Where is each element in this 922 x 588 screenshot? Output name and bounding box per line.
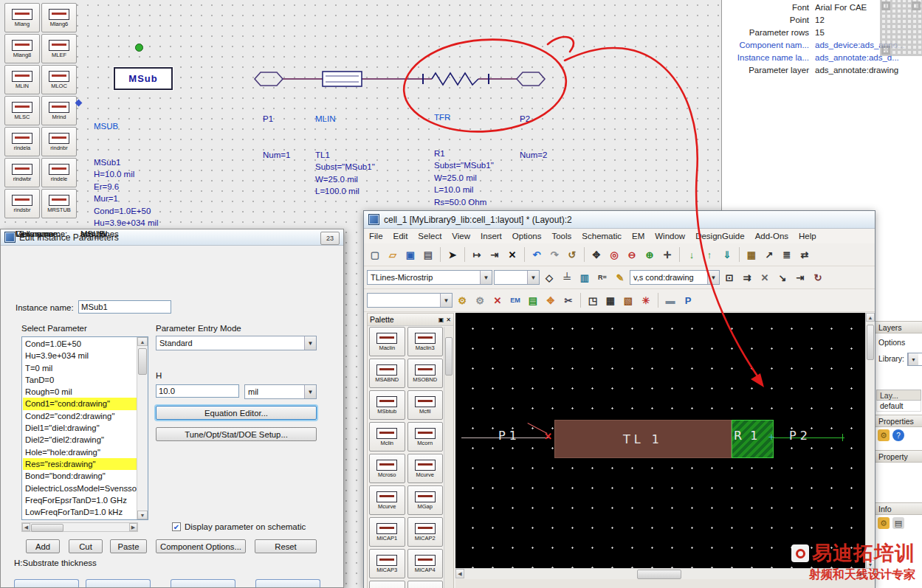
cut-button[interactable]: Cut xyxy=(69,539,103,553)
parameter-item[interactable]: Diel1="diel:drawing" xyxy=(23,422,137,434)
view-3d-wire-icon[interactable]: ◳ xyxy=(585,292,601,308)
maximize-button[interactable]: 23 xyxy=(320,232,340,245)
menu-item[interactable]: Options xyxy=(507,232,547,241)
component-button[interactable]: MICAP1 xyxy=(369,517,405,547)
parameter-item[interactable]: TanD=0 xyxy=(23,374,137,386)
dialog-bottom-button-2[interactable] xyxy=(86,579,151,587)
parameter-item[interactable]: T=0 mil xyxy=(23,362,137,374)
parameter-item[interactable]: Hu=3.9e+034 mil xyxy=(23,350,137,362)
display-options-icon[interactable]: ≣ xyxy=(779,246,795,263)
component-button[interactable]: MSOBND xyxy=(407,359,444,388)
dock-pin-icon[interactable]: ▣ xyxy=(438,317,444,323)
entry-mode-combo[interactable]: Standard ▼ xyxy=(156,336,317,350)
move-origin-icon[interactable]: ✥ xyxy=(588,246,605,263)
menu-item[interactable]: Window xyxy=(650,232,690,241)
push-into-hierarchy-icon[interactable]: ↓ xyxy=(684,246,700,263)
delete-icon[interactable]: ✕ xyxy=(504,246,520,263)
help-icon[interactable]: ? xyxy=(892,429,904,441)
view-3d-icon[interactable]: ▦ xyxy=(602,292,619,308)
print-icon[interactable]: ▤ xyxy=(420,246,436,263)
properties-section-header[interactable]: Properties xyxy=(875,415,922,427)
parameter-listbox[interactable]: Cond=1.0E+50Hu=3.9e+034 milT=0 milTanD=0… xyxy=(21,336,148,520)
dialog-bottom-button-3[interactable] xyxy=(171,579,235,587)
component-button[interactable]: MSbtub xyxy=(369,390,405,420)
component-button[interactable]: Mcorn xyxy=(407,422,444,452)
menu-item[interactable]: File xyxy=(364,232,388,241)
em-setup-combo[interactable]: ▼ xyxy=(367,293,453,308)
insert-pin-both-icon[interactable]: ⇥ xyxy=(486,246,503,263)
measure-icon[interactable]: ↗ xyxy=(761,246,777,263)
instance-name-input[interactable] xyxy=(78,300,171,314)
em-window-icon[interactable]: EM xyxy=(507,292,523,308)
close-icon[interactable]: ✕ xyxy=(446,317,451,323)
trace-mode-icon[interactable]: ⊡ xyxy=(721,269,737,286)
menu-item[interactable]: Insert xyxy=(475,232,507,241)
resistor-tool-icon[interactable]: R= xyxy=(594,269,610,286)
printer-icon[interactable]: ▤ xyxy=(892,517,904,529)
em-simulate-gear-icon[interactable]: ⚙ xyxy=(472,292,488,308)
component-button[interactable] xyxy=(369,581,405,588)
eraser-icon[interactable]: ▬ xyxy=(662,292,678,308)
gear-icon[interactable]: ⚙ xyxy=(878,429,890,441)
em-stop-icon[interactable]: ✕ xyxy=(489,292,506,308)
add-button[interactable]: Add xyxy=(26,539,60,553)
grid-settings-icon[interactable]: ▦ xyxy=(743,246,760,263)
layout-port1-label[interactable]: P1 xyxy=(498,429,520,443)
gear-icon[interactable]: ⚙ xyxy=(878,517,890,529)
pin-to-edge-icon[interactable]: ⇥ xyxy=(792,269,808,286)
parameter-item[interactable]: Bond="bond:drawing" xyxy=(23,470,137,482)
info-section-header[interactable]: Info xyxy=(875,502,922,515)
component-button[interactable]: Mcroso xyxy=(369,454,405,483)
palette-header[interactable]: Palette ▣ ✕ xyxy=(368,314,453,326)
menu-item[interactable]: EM xyxy=(627,232,650,241)
snap-cross-icon[interactable]: ✕ xyxy=(757,269,773,286)
parameter-item[interactable]: Cond=1.0E+50 xyxy=(23,338,137,350)
scroll-down-icon[interactable]: ▼ xyxy=(137,511,148,519)
insert-pin-icon[interactable]: ↦ xyxy=(469,246,485,263)
zoom-select-icon[interactable]: ◎ xyxy=(606,246,622,263)
parameter-value-input[interactable] xyxy=(156,384,239,398)
msub-box[interactable]: MSub xyxy=(114,67,173,90)
parameter-list-scrollbar[interactable]: ▲ ▼ xyxy=(137,337,148,519)
component-button[interactable]: Maclin xyxy=(369,327,405,356)
parameter-item[interactable]: Hole="hole:drawing" xyxy=(23,446,137,458)
layer-bins-icon[interactable]: ▤ xyxy=(525,292,541,308)
component-button[interactable]: Mcurve xyxy=(369,485,405,515)
insert-port-icon[interactable]: ◇ xyxy=(541,269,557,286)
component-button[interactable]: MICAP4 xyxy=(407,549,444,578)
scroll-left-icon[interactable]: ◀ xyxy=(22,523,30,531)
component-button[interactable]: MICAP3 xyxy=(369,549,405,578)
layer-list-item[interactable]: default xyxy=(876,401,921,412)
undo-icon[interactable]: ↶ xyxy=(529,246,545,263)
rotate-tool-icon[interactable]: ↻ xyxy=(810,269,826,286)
component-button[interactable]: Mclin xyxy=(369,422,405,452)
component-select-combo[interactable]: ▼ xyxy=(494,270,540,285)
menu-item[interactable]: Edit xyxy=(388,232,413,241)
reset-button[interactable]: Reset xyxy=(255,539,317,553)
parameter-item[interactable]: Cond1="cond:drawing" xyxy=(23,398,137,409)
parameter-item[interactable]: Res="resi:drawing" xyxy=(23,458,137,470)
move-layer-icon[interactable]: ✥ xyxy=(543,292,559,308)
scroll-left-icon[interactable]: ◀ xyxy=(455,569,464,578)
port2-marker-icon[interactable]: + xyxy=(768,431,774,443)
parameter-item[interactable]: LowFreqForTanD=1.0 kHz xyxy=(23,506,137,518)
layout-window-titlebar[interactable]: cell_1 [MyLibrary9_lib:cell_1:layout] * … xyxy=(364,211,875,229)
property-row[interactable]: Parameter layer ads_annotate:drawing xyxy=(722,64,922,77)
library-combo[interactable]: ▼ xyxy=(907,353,922,366)
parameter-item[interactable]: FreqForEpsrTanD=1.0 GHz xyxy=(23,494,137,506)
paste-button[interactable]: Paste xyxy=(110,539,147,553)
display-parameter-checkbox[interactable]: ✔ xyxy=(172,522,181,531)
menu-item[interactable]: DesignGuide xyxy=(690,232,749,241)
parameter-item[interactable]: Cond2="cond2:drawing" xyxy=(23,410,137,422)
zoom-in-icon[interactable]: ⊕ xyxy=(641,246,658,263)
scroll-up-icon[interactable]: ▲ xyxy=(137,337,148,346)
parameter-item[interactable]: Diel2="diel2:drawing" xyxy=(23,434,137,446)
component-button[interactable]: Mcfil xyxy=(407,390,444,420)
parameter-item[interactable]: Rough=0 mil xyxy=(23,386,137,398)
palette-scrollbar[interactable] xyxy=(444,327,453,588)
net-spider-icon[interactable]: ✳ xyxy=(638,292,654,308)
dialog-bottom-button-4[interactable] xyxy=(255,579,320,587)
text-properties-icon[interactable]: P xyxy=(680,292,696,308)
layout-canvas[interactable]: P1 ✕ TL 1 R 1 + P2 xyxy=(455,313,866,569)
port1-marker-icon[interactable]: ✕ xyxy=(544,431,552,442)
